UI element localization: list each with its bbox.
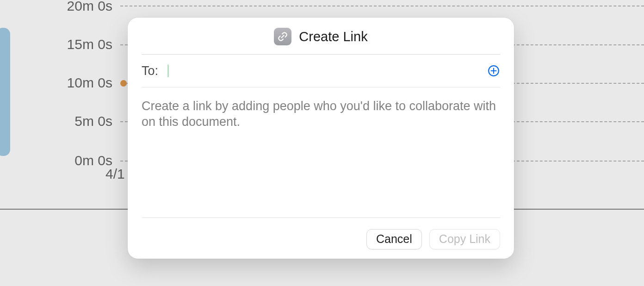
- add-person-button[interactable]: [487, 64, 500, 77]
- to-input-wrap[interactable]: [166, 63, 480, 79]
- to-field-row: To:: [142, 55, 500, 87]
- dialog-footer: Cancel Copy Link: [142, 218, 500, 249]
- to-input[interactable]: [166, 63, 322, 79]
- dialog-header: Create Link: [142, 28, 500, 55]
- copy-link-button[interactable]: Copy Link: [429, 229, 500, 249]
- to-label: To:: [142, 64, 158, 78]
- link-icon: [274, 28, 291, 45]
- dialog-description: Create a link by adding people who you'd…: [142, 87, 500, 218]
- plus-circle-icon: [488, 65, 500, 77]
- dialog-title: Create Link: [299, 29, 367, 44]
- text-cursor: [167, 64, 169, 77]
- cancel-button[interactable]: Cancel: [366, 229, 422, 249]
- create-link-dialog: Create Link To: Create a link by adding …: [128, 18, 514, 259]
